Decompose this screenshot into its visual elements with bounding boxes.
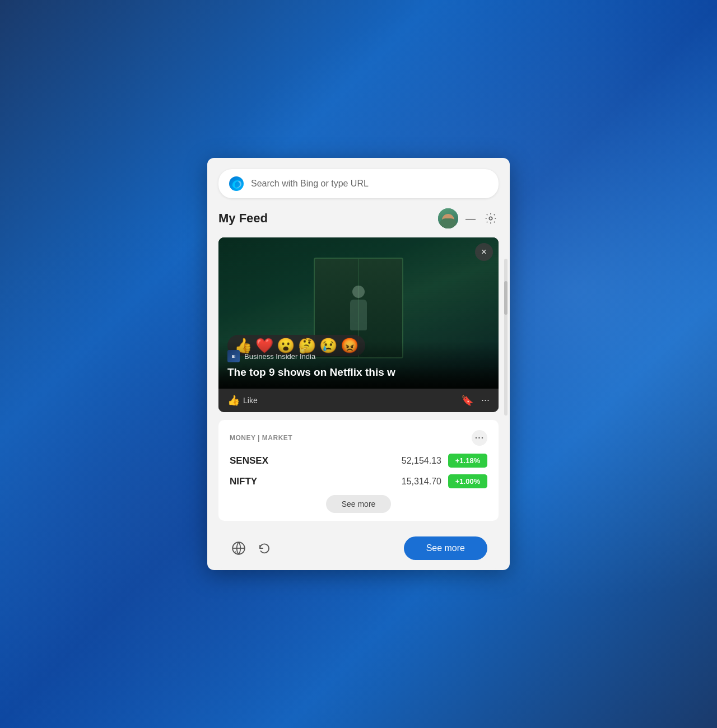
bottom-bar: A See more — [218, 529, 499, 570]
avatar-inner — [438, 208, 458, 228]
sensex-name: SENSEX — [230, 455, 402, 466]
bottom-bar-icons: A — [230, 539, 273, 557]
svg-point-0 — [229, 176, 244, 191]
market-row-nifty: NIFTY 15,314.70 +1.00% — [230, 474, 487, 488]
news-overlay: BI Business Insider India The top 9 show… — [218, 341, 499, 389]
sensex-change-badge: +1.18% — [448, 454, 487, 468]
nifty-value: 15,314.70 — [402, 477, 441, 487]
see-more-main-button[interactable]: See more — [404, 536, 487, 560]
bookmark-icon[interactable]: 🔖 — [461, 394, 473, 407]
language-icon[interactable]: A — [230, 539, 248, 557]
scrollbar-thumb[interactable] — [504, 281, 508, 315]
nifty-change-badge: +1.00% — [448, 474, 487, 488]
market-see-more-area: See more — [230, 495, 487, 513]
search-bar[interactable]: Search with Bing or type URL — [218, 169, 499, 198]
main-panel: Search with Bing or type URL My Feed — — [207, 158, 510, 570]
news-source: BI Business Insider India — [227, 350, 490, 362]
market-section-label: MONEY | MARKET — [230, 434, 292, 442]
more-options-icon[interactable]: ··· — [481, 394, 490, 407]
source-name: Business Insider India — [244, 352, 315, 361]
market-row-sensex: SENSEX 52,154.13 +1.18% — [230, 454, 487, 468]
sensex-value: 52,154.13 — [402, 456, 441, 466]
feed-title: My Feed — [218, 211, 438, 226]
market-see-more-button[interactable]: See more — [326, 495, 392, 513]
news-actions: 👍 Like 🔖 ··· — [218, 389, 499, 412]
market-more-button[interactable]: ··· — [472, 430, 487, 446]
market-widget: MONEY | MARKET ··· SENSEX 52,154.13 +1.1… — [218, 420, 499, 521]
feed-header: My Feed — — [218, 206, 499, 230]
settings-button[interactable] — [483, 211, 499, 226]
news-title: The top 9 shows on Netflix this w — [227, 366, 490, 380]
svg-text:A: A — [234, 550, 236, 554]
edge-logo-icon — [229, 176, 244, 192]
scrollbar[interactable] — [504, 259, 508, 416]
svg-point-1 — [489, 217, 492, 220]
search-placeholder-text: Search with Bing or type URL — [251, 179, 488, 189]
source-logo-icon: BI — [227, 350, 240, 362]
avatar[interactable] — [438, 208, 458, 228]
like-icon: 👍 — [227, 394, 240, 407]
refresh-icon[interactable] — [255, 539, 273, 557]
news-image: × 👍 ❤️ 😮 🤔 😢 😡 BI Business Insider India — [218, 237, 499, 389]
minimize-button[interactable]: — — [464, 212, 477, 225]
news-action-icons: 🔖 ··· — [461, 394, 490, 407]
news-card: × 👍 ❤️ 😮 🤔 😢 😡 BI Business Insider India — [218, 237, 499, 412]
feed-header-actions: — — [438, 208, 499, 228]
market-header: MONEY | MARKET ··· — [230, 430, 487, 446]
close-button[interactable]: × — [475, 243, 493, 261]
like-button[interactable]: 👍 Like — [227, 394, 258, 407]
like-label: Like — [243, 396, 258, 405]
nifty-name: NIFTY — [230, 476, 402, 487]
